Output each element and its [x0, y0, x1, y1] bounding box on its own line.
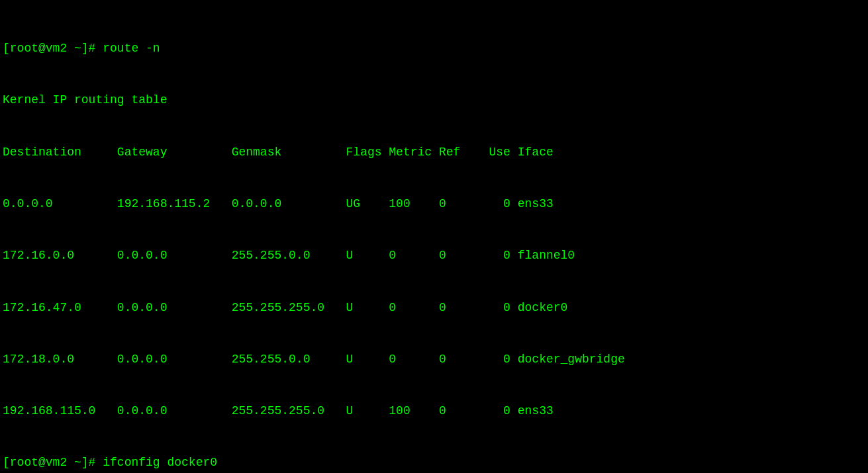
route4-line: 172.18.0.0 0.0.0.0 255.255.0.0 U 0 0 0 d… [3, 351, 865, 368]
cmd-route-line: [root@vm2 ~]# route -n [3, 40, 865, 57]
route5-line: 192.168.115.0 0.0.0.0 255.255.255.0 U 10… [3, 402, 865, 419]
header-line: Destination Gateway Genmask Flags Metric… [3, 144, 865, 161]
terminal-window: [root@vm2 ~]# route -n Kernel IP routing… [3, 5, 865, 473]
cmd-ifconfig-docker-line: [root@vm2 ~]# ifconfig docker0 [3, 454, 865, 471]
route1-line: 0.0.0.0 192.168.115.2 0.0.0.0 UG 100 0 0… [3, 195, 865, 212]
kernel-table-line: Kernel IP routing table [3, 91, 865, 108]
route3-line: 172.16.47.0 0.0.0.0 255.255.255.0 U 0 0 … [3, 299, 865, 316]
route2-line: 172.16.0.0 0.0.0.0 255.255.0.0 U 0 0 0 f… [3, 247, 865, 264]
